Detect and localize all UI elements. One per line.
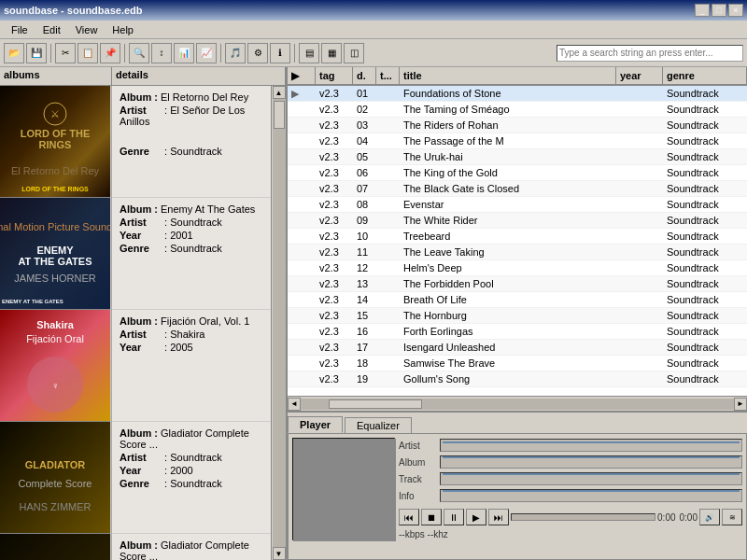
albums-header[interactable]: albums [0, 67, 112, 85]
track-row[interactable]: v2.312Helm's DeepSoundtrack [288, 260, 747, 276]
track-row[interactable]: v2.304The Passage of the MSoundtrack [288, 133, 747, 149]
toolbar-btn-a[interactable]: ▤ [299, 43, 319, 63]
tab-equalizer[interactable]: Equalizer [345, 417, 412, 433]
track-tag: v2.3 [316, 135, 353, 147]
detail-section-enemy[interactable]: Album : Enemy At The Gates Artist : Soun… [112, 198, 271, 310]
player-eq-btn[interactable]: ≋ [722, 509, 742, 525]
toolbar-stats[interactable]: 📈 [196, 43, 217, 63]
track-d: 18 [353, 357, 376, 369]
ctrl-next[interactable]: ⏭ [488, 509, 509, 525]
h-scroll-left-btn[interactable]: ◄ [288, 398, 301, 411]
track-row[interactable]: v2.313The Forbidden PoolSoundtrack [288, 276, 747, 292]
album-thumb-enemy[interactable]: Original Motion Picture Soundtrack ENEMY… [0, 198, 110, 310]
album-thumb-gladiator2[interactable]: GLADIATOR Complete Score... [0, 534, 110, 560]
svg-text:RINGS: RINGS [39, 139, 72, 150]
details-header[interactable]: details [112, 67, 286, 85]
track-d: 04 [353, 135, 376, 147]
player-progress-bar[interactable] [511, 513, 655, 521]
toolbar-btn-c[interactable]: ◫ [344, 43, 364, 63]
track-row[interactable]: v2.309The White RiderSoundtrack [288, 213, 747, 229]
col-header-title[interactable]: title [400, 67, 616, 84]
toolbar-cut[interactable]: ✂ [55, 43, 76, 63]
col-header-year[interactable]: year [616, 67, 663, 84]
col-header-genre[interactable]: genre [663, 67, 747, 84]
col-header-tag[interactable]: tag [316, 67, 353, 84]
col-header-d[interactable]: d. [353, 67, 376, 84]
ctrl-play[interactable]: ▶ [466, 509, 486, 525]
album-thumb-lotr[interactable]: LORD OF THE RINGS El Retorno Del Rey ⚔ [0, 86, 110, 198]
svg-text:⚔: ⚔ [50, 108, 60, 119]
track-row[interactable]: v2.305The Uruk-haiSoundtrack [288, 149, 747, 165]
track-tag: v2.3 [316, 199, 353, 210]
menu-edit[interactable]: Edit [35, 22, 68, 37]
toolbar-info[interactable]: ℹ [270, 43, 290, 63]
track-row[interactable]: v2.316Forth EorlingasSoundtrack [288, 324, 747, 340]
track-row[interactable]: v2.306The King of the GoldSoundtrack [288, 165, 747, 181]
scroll-track[interactable] [273, 99, 286, 547]
track-row[interactable]: v2.317Isengard UnleashedSoundtrack [288, 340, 747, 356]
track-row[interactable]: v2.310TreebeardSoundtrack [288, 229, 747, 245]
svg-text:♀: ♀ [51, 380, 59, 391]
detail-section-gladiator2[interactable]: Album : Gladiator Complete Score ... [112, 534, 271, 560]
track-row[interactable]: v2.318Samwise The BraveSoundtrack [288, 356, 747, 371]
track-tag: v2.3 [316, 215, 353, 226]
track-row[interactable]: v2.311The Leave TakingSoundtrack [288, 245, 747, 260]
track-title: The White Rider [400, 215, 616, 226]
maximize-button[interactable]: □ [712, 4, 726, 17]
scroll-thumb[interactable] [274, 101, 285, 129]
track-row[interactable]: ▶v2.301Foundations of StoneSoundtrack [288, 86, 747, 102]
toolbar-settings[interactable]: ⚙ [247, 43, 268, 63]
detail-album-title-1: El Retorno Del Rey [161, 91, 248, 103]
svg-text:AT THE GATES: AT THE GATES [18, 256, 92, 267]
toolbar-paste[interactable]: 📌 [100, 43, 120, 63]
toolbar-sort[interactable]: ↕ [151, 43, 172, 63]
track-d: 19 [353, 373, 376, 385]
toolbar-copy[interactable]: 📋 [78, 43, 98, 63]
h-scroll-track[interactable] [301, 399, 734, 410]
menu-file[interactable]: File [4, 22, 35, 37]
search-input[interactable] [557, 45, 743, 62]
toolbar-music[interactable]: 🎵 [225, 43, 246, 63]
track-row[interactable]: v2.319Gollum's SongSoundtrack [288, 371, 747, 387]
track-genre: Soundtrack [663, 167, 747, 178]
album-thumb-gladiator[interactable]: GLADIATOR Complete Score HANS ZIMMER [0, 422, 110, 534]
col-header-t[interactable]: t... [376, 67, 400, 84]
toolbar-chart[interactable]: 📊 [174, 43, 194, 63]
track-genre: Soundtrack [663, 215, 747, 226]
col-header-num[interactable]: ▶ [288, 67, 316, 84]
toolbar-search[interactable]: 🔍 [129, 43, 149, 63]
track-genre: Soundtrack [663, 262, 747, 273]
tab-player[interactable]: Player [288, 416, 343, 433]
track-row[interactable]: v2.314Breath Of LifeSoundtrack [288, 292, 747, 308]
track-row[interactable]: v2.302The Taming of SméagoSoundtrack [288, 102, 747, 118]
ctrl-stop[interactable]: ⏹ [421, 509, 442, 525]
track-row[interactable]: v2.315The HornburgSoundtrack [288, 308, 747, 324]
player-artist-label: Artist [399, 441, 436, 451]
menu-help[interactable]: Help [105, 22, 141, 37]
menu-view[interactable]: View [68, 22, 106, 37]
h-scroll-thumb[interactable] [329, 399, 422, 409]
minimize-button[interactable]: _ [695, 4, 710, 17]
player-vol-btn[interactable]: 🔊 [699, 509, 720, 525]
track-title: The Uruk-hai [400, 151, 616, 162]
album-thumb-shakira[interactable]: Shakira Fijación Oral ♀ [0, 310, 110, 422]
detail-artist-row-1: Artist : El Señor De Los Anillos [120, 105, 263, 127]
toolbar-save[interactable]: 💾 [26, 43, 47, 63]
close-button[interactable]: × [728, 4, 743, 17]
ctrl-pause[interactable]: ⏸ [444, 509, 464, 525]
h-scroll-right-btn[interactable]: ► [734, 398, 747, 411]
menu-bar: File Edit View Help [0, 21, 747, 39]
detail-section-shakira[interactable]: Album : Fijación Oral, Vol. 1 Artist : S… [112, 310, 271, 422]
toolbar-open[interactable]: 📂 [4, 43, 24, 63]
detail-section-lotr[interactable]: Album : El Retorno Del Rey Artist : El S… [112, 86, 271, 198]
toolbar-btn-b[interactable]: ▦ [321, 43, 342, 63]
track-row[interactable]: v2.307The Black Gate is ClosedSoundtrack [288, 181, 747, 197]
track-row[interactable]: v2.303The Riders of RohanSoundtrack [288, 118, 747, 133]
ctrl-prev[interactable]: ⏮ [399, 509, 419, 525]
scroll-down-btn[interactable]: ▼ [273, 547, 286, 560]
detail-section-gladiator[interactable]: Album : Gladiator Complete Score ... Art… [112, 422, 271, 534]
scroll-up-btn[interactable]: ▲ [273, 86, 286, 99]
detail-year-row-4: Year : 2000 [120, 465, 263, 476]
track-row[interactable]: v2.308EvenstarSoundtrack [288, 197, 747, 213]
title-bar: soundbase - soundbase.edb _ □ × [0, 0, 747, 21]
